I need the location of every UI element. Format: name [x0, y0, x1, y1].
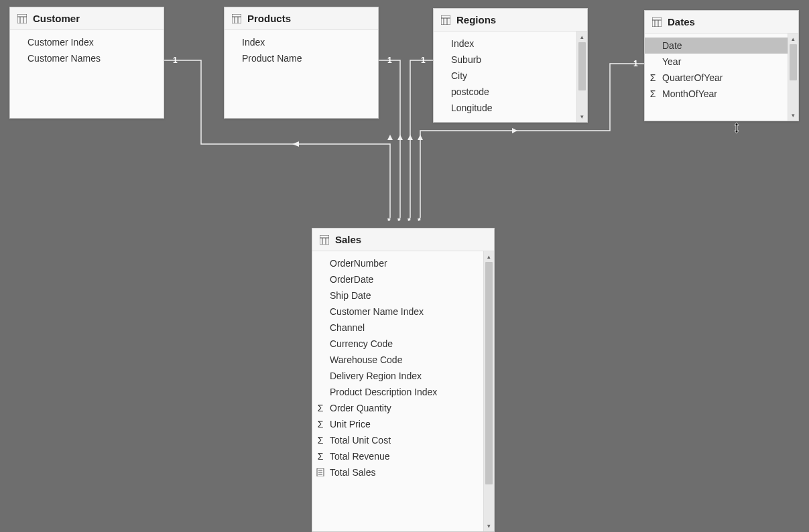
field-label: Order Quantity [330, 403, 391, 413]
table-field[interactable]: City [434, 68, 576, 84]
field-label: Ship Date [330, 290, 371, 301]
table-field[interactable]: Channel [312, 320, 483, 336]
table-body: Index Product Name [225, 30, 378, 118]
field-list: Index Product Name [225, 30, 378, 118]
table-field[interactable]: Delivery Region Index [312, 368, 483, 384]
table-field[interactable]: ΣTotal Unit Cost [312, 432, 483, 448]
table-field[interactable]: Warehouse Code [312, 352, 483, 368]
field-list: Customer Index Customer Names [10, 30, 164, 118]
scrollbar[interactable]: ▴ ▾ [576, 31, 587, 122]
table-field[interactable]: Customer Names [10, 50, 164, 66]
table-body: OrderNumber OrderDate Ship Date Customer… [312, 251, 494, 531]
table-field[interactable]: OrderNumber [312, 255, 483, 271]
field-label: OrderNumber [330, 258, 387, 269]
table-icon [17, 13, 27, 24]
field-label: Channel [330, 322, 365, 333]
relationship-line [410, 60, 433, 218]
table-header[interactable]: Sales [312, 228, 494, 251]
table-header[interactable]: Products [225, 7, 378, 30]
field-label: Product Name [242, 53, 302, 64]
scroll-down-icon[interactable]: ▾ [484, 521, 494, 531]
table-sales[interactable]: Sales OrderNumber OrderDate Ship Date Cu… [312, 228, 495, 532]
scrollbar[interactable]: ▴ ▾ [483, 251, 494, 531]
scroll-down-icon[interactable]: ▾ [577, 111, 587, 122]
field-label: Product Description Index [330, 387, 437, 397]
scroll-thumb[interactable] [790, 44, 797, 80]
field-label: Suburb [451, 54, 481, 65]
field-label: QuarterOfYear [662, 72, 723, 83]
table-field[interactable]: Year [645, 54, 788, 70]
table-header[interactable]: Customer [10, 7, 164, 30]
table-icon [440, 15, 451, 25]
svg-rect-16 [320, 235, 329, 245]
field-label: Warehouse Code [330, 354, 402, 365]
field-label: Total Revenue [330, 451, 390, 462]
svg-rect-12 [652, 17, 662, 27]
table-field[interactable]: Customer Index [10, 34, 164, 50]
table-field[interactable]: Suburb [434, 52, 576, 68]
table-field[interactable]: Customer Name Index [312, 304, 483, 320]
field-label: Customer Name Index [330, 306, 424, 317]
scroll-track[interactable] [788, 44, 798, 110]
scroll-thumb[interactable] [578, 42, 586, 90]
field-label: Longitude [451, 103, 493, 113]
table-field[interactable]: Index [434, 36, 576, 52]
table-title: Sales [335, 234, 361, 245]
table-field[interactable]: Total Sales [312, 464, 483, 480]
table-regions[interactable]: Regions Index Suburb City postcode Longi… [433, 8, 588, 123]
scrollbar[interactable]: ▴ ▾ [788, 34, 798, 121]
table-title: Products [247, 13, 291, 24]
field-list: Date Year ΣQuarterOfYear ΣMonthOfYear [645, 34, 788, 121]
table-products[interactable]: Products Index Product Name [224, 7, 379, 119]
table-icon [231, 13, 242, 24]
table-field[interactable]: ΣOrder Quantity [312, 400, 483, 416]
table-field[interactable]: ΣMonthOfYear [645, 86, 788, 102]
field-label: Customer Names [27, 53, 101, 64]
relationship-cardinality-many: * [397, 216, 401, 226]
svg-rect-0 [17, 14, 27, 23]
scroll-thumb[interactable] [485, 262, 493, 484]
table-field[interactable]: ΣQuarterOfYear [645, 70, 788, 86]
table-field[interactable]: Product Description Index [312, 384, 483, 400]
field-label: OrderDate [330, 274, 373, 285]
relationship-cardinality-many: * [387, 216, 391, 226]
table-field[interactable]: postcode [434, 84, 576, 100]
table-field[interactable]: Date [645, 38, 788, 54]
relationship-cardinality-many: * [408, 216, 411, 226]
table-field[interactable]: ΣUnit Price [312, 416, 483, 432]
table-customer[interactable]: Customer Customer Index Customer Names [9, 7, 164, 119]
field-label: Delivery Region Index [330, 371, 422, 381]
field-label: Unit Price [330, 419, 371, 429]
field-label: Customer Index [27, 37, 94, 48]
table-field[interactable]: Index [225, 34, 378, 50]
scroll-up-icon[interactable]: ▴ [484, 251, 494, 262]
table-field[interactable]: ΣTotal Revenue [312, 448, 483, 464]
table-body: Date Year ΣQuarterOfYear ΣMonthOfYear ▴ … [645, 34, 798, 121]
table-field[interactable]: Currency Code [312, 336, 483, 352]
field-list: Index Suburb City postcode Longitude [434, 31, 576, 122]
field-label: Total Sales [330, 467, 375, 478]
field-list: OrderNumber OrderDate Ship Date Customer… [312, 251, 483, 531]
table-header[interactable]: Regions [434, 9, 587, 31]
relationship-cardinality-many: * [418, 216, 421, 226]
model-canvas[interactable]: 1 * 1 * 1 * 1 * Customer Customer Index … [0, 0, 809, 532]
table-field[interactable]: Product Name [225, 50, 378, 66]
relationship-arrow-icon [387, 135, 393, 140]
scroll-up-icon[interactable]: ▴ [788, 34, 798, 44]
calculator-icon [315, 468, 326, 476]
field-label: Year [662, 56, 681, 67]
sigma-icon: Σ [315, 451, 326, 462]
scroll-track[interactable] [484, 262, 494, 521]
scroll-up-icon[interactable]: ▴ [577, 31, 587, 42]
relationship-cardinality-one: 1 [633, 59, 638, 68]
field-label: Date [662, 40, 682, 51]
table-field[interactable]: Longitude [434, 100, 576, 116]
scroll-track[interactable] [577, 42, 587, 111]
table-field[interactable]: Ship Date [312, 287, 483, 304]
field-label: MonthOfYear [662, 88, 717, 99]
table-header[interactable]: Dates [645, 11, 798, 34]
scroll-down-icon[interactable]: ▾ [788, 110, 798, 121]
table-field[interactable]: OrderDate [312, 271, 483, 287]
table-dates[interactable]: Dates Date Year ΣQuarterOfYear ΣMonthOfY… [644, 10, 799, 121]
relationship-arrow-icon [292, 141, 299, 147]
